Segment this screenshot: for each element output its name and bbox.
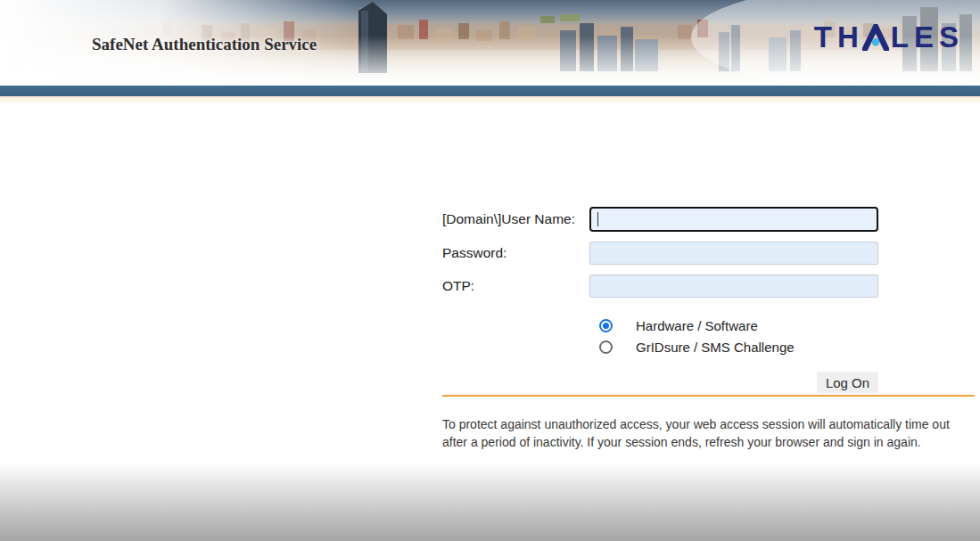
radio-gridsure-sms[interactable]	[599, 340, 613, 354]
username-row: [Domain\]User Name:	[442, 207, 975, 232]
orange-divider	[442, 395, 975, 397]
password-input-wrap	[589, 241, 878, 266]
thales-logo-prefix: TH	[814, 24, 864, 51]
otp-input[interactable]	[589, 275, 878, 298]
otp-row: OTP:	[442, 274, 975, 299]
thales-logo-suffix: LES	[891, 24, 964, 51]
login-page: SafeNet Authentication Service TH LES [D…	[0, 0, 980, 541]
log-on-button[interactable]: Log On	[817, 372, 878, 393]
token-option-hardware-row: Hardware / Software	[442, 316, 975, 336]
header-divider-glow	[0, 96, 980, 104]
header-divider-bar	[0, 86, 980, 96]
password-label: Password:	[442, 241, 506, 266]
password-input[interactable]	[589, 242, 878, 265]
radio-gridsure-sms-label[interactable]: GrIDsure / SMS Challenge	[636, 338, 795, 357]
radio-hardware-software[interactable]	[599, 319, 613, 332]
text-caret	[597, 212, 598, 226]
otp-input-wrap	[589, 274, 878, 299]
username-input[interactable]	[589, 207, 878, 232]
thales-logo-a-icon	[862, 24, 889, 51]
session-timeout-notice: To protect against unauthorized access, …	[442, 415, 977, 451]
password-row: Password:	[442, 241, 975, 266]
username-input-wrap	[589, 207, 878, 232]
token-option-gridsure-row: GrIDsure / SMS Challenge	[442, 338, 975, 357]
header-banner: SafeNet Authentication Service TH LES	[0, 0, 980, 86]
otp-label: OTP:	[442, 274, 474, 299]
radio-hardware-software-label[interactable]: Hardware / Software	[636, 316, 758, 336]
thales-logo: TH LES	[814, 24, 964, 51]
page-title: SafeNet Authentication Service	[92, 35, 317, 54]
username-label: [Domain\]User Name:	[442, 207, 575, 232]
footer-gradient	[0, 463, 980, 541]
